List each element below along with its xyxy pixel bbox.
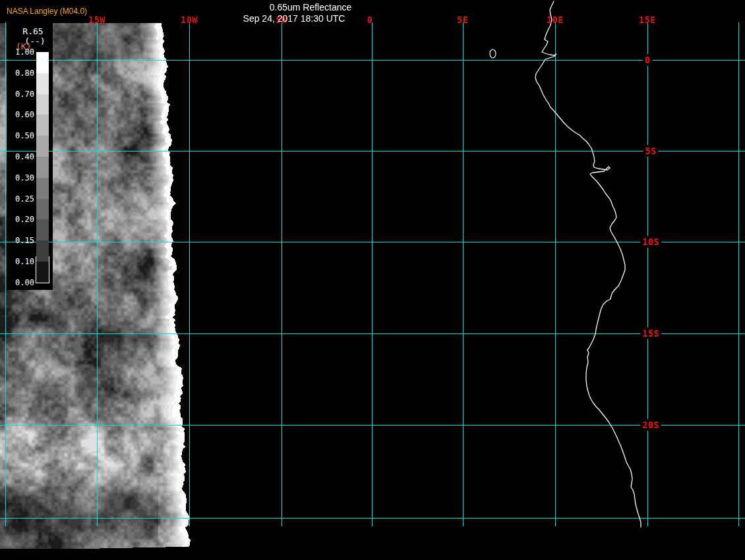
latitude-label: 5S xyxy=(643,145,658,157)
source-label: NASA Langley (M04.0) xyxy=(7,7,87,16)
page-title: 0.65um Reflectance xyxy=(270,2,352,13)
status-bar: MT10 0.65UM REFLECTANCE SEP 24, 2017 18:… xyxy=(0,549,745,560)
latitude-label: 0 xyxy=(643,54,653,66)
latitude-label: 20S xyxy=(640,419,661,431)
page-subtitle: Sep 24, 2017 18:30 UTC xyxy=(243,13,345,24)
latitude-labels: 05S10S15S20S xyxy=(0,0,745,560)
latitude-label: 10S xyxy=(640,236,661,248)
satellite-viewer: R.65 (--) (K) 1.000.800.700.600.500.400.… xyxy=(0,0,745,560)
latitude-label: 15S xyxy=(640,327,661,339)
